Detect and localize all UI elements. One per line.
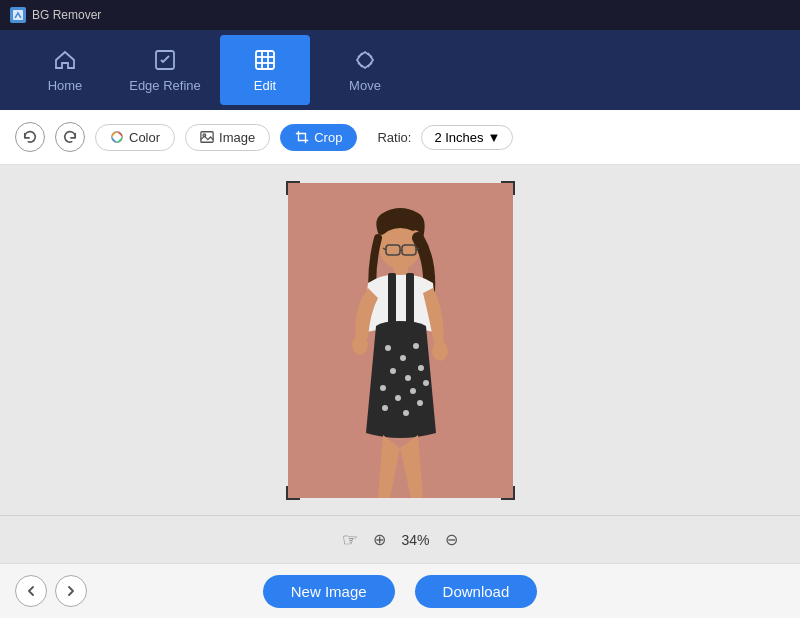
nav-item-edge-refine[interactable]: Edge Refine bbox=[120, 35, 210, 105]
status-bar: ☞ ⊕ 34% ⊖ bbox=[0, 515, 800, 563]
undo-icon bbox=[23, 130, 37, 144]
canvas-svg bbox=[288, 183, 513, 498]
nav-edit-label: Edit bbox=[254, 78, 276, 93]
ratio-dropdown[interactable]: 2 Inches ▼ bbox=[421, 125, 513, 150]
edge-refine-icon bbox=[153, 48, 177, 72]
svg-point-25 bbox=[382, 405, 388, 411]
bottom-bar: New Image Download bbox=[0, 563, 800, 618]
svg-rect-0 bbox=[13, 10, 23, 20]
prev-button[interactable] bbox=[15, 575, 47, 607]
svg-point-23 bbox=[410, 388, 416, 394]
zoom-out-icon[interactable]: ⊖ bbox=[445, 530, 458, 549]
svg-point-24 bbox=[423, 380, 429, 386]
nav-bar: Home Edge Refine Edit Move bbox=[0, 30, 800, 110]
ratio-chevron-icon: ▼ bbox=[488, 130, 501, 145]
crop-corner-tl[interactable] bbox=[286, 181, 300, 195]
nav-item-home[interactable]: Home bbox=[20, 35, 110, 105]
title-bar: BG Remover bbox=[0, 0, 800, 30]
move-icon bbox=[353, 48, 377, 72]
canvas-area bbox=[0, 165, 800, 515]
bottom-nav-arrows bbox=[15, 575, 87, 607]
download-button[interactable]: Download bbox=[415, 575, 538, 608]
svg-point-22 bbox=[395, 395, 401, 401]
svg-point-18 bbox=[390, 368, 396, 374]
home-icon bbox=[53, 48, 77, 72]
crop-button[interactable]: Crop bbox=[280, 124, 357, 151]
nav-edge-refine-label: Edge Refine bbox=[129, 78, 201, 93]
nav-move-label: Move bbox=[349, 78, 381, 93]
svg-point-29 bbox=[432, 341, 448, 361]
svg-point-16 bbox=[400, 355, 406, 361]
svg-point-21 bbox=[380, 385, 386, 391]
zoom-in-icon[interactable]: ⊕ bbox=[373, 530, 386, 549]
ratio-value: 2 Inches bbox=[434, 130, 483, 145]
toolbar: Color Image Crop Ratio: 2 Inches ▼ bbox=[0, 110, 800, 165]
crop-corner-bl[interactable] bbox=[286, 486, 300, 500]
undo-button[interactable] bbox=[15, 122, 45, 152]
svg-point-15 bbox=[385, 345, 391, 351]
edit-icon bbox=[253, 48, 277, 72]
new-image-button[interactable]: New Image bbox=[263, 575, 395, 608]
app-title: BG Remover bbox=[32, 8, 101, 22]
crop-corner-br[interactable] bbox=[501, 486, 515, 500]
next-button[interactable] bbox=[55, 575, 87, 607]
hand-tool-icon[interactable]: ☞ bbox=[342, 529, 358, 551]
nav-item-edit[interactable]: Edit bbox=[220, 35, 310, 105]
nav-home-label: Home bbox=[48, 78, 83, 93]
color-button[interactable]: Color bbox=[95, 124, 175, 151]
crop-corner-tr[interactable] bbox=[501, 181, 515, 195]
image-container bbox=[288, 183, 513, 498]
image-icon bbox=[200, 130, 214, 144]
background-image bbox=[288, 183, 513, 498]
svg-point-28 bbox=[352, 335, 368, 355]
color-icon bbox=[110, 130, 124, 144]
zoom-percent: 34% bbox=[401, 532, 429, 548]
svg-point-20 bbox=[418, 365, 424, 371]
next-icon bbox=[66, 586, 76, 596]
image-label: Image bbox=[219, 130, 255, 145]
nav-item-move[interactable]: Move bbox=[320, 35, 410, 105]
app-icon bbox=[10, 7, 26, 23]
svg-point-17 bbox=[413, 343, 419, 349]
redo-button[interactable] bbox=[55, 122, 85, 152]
redo-icon bbox=[63, 130, 77, 144]
svg-point-26 bbox=[403, 410, 409, 416]
image-button[interactable]: Image bbox=[185, 124, 270, 151]
svg-point-27 bbox=[417, 400, 423, 406]
svg-rect-14 bbox=[406, 273, 414, 328]
svg-point-19 bbox=[405, 375, 411, 381]
crop-icon bbox=[295, 130, 309, 144]
svg-rect-2 bbox=[256, 51, 274, 69]
crop-label: Crop bbox=[314, 130, 342, 145]
svg-rect-13 bbox=[388, 273, 396, 328]
ratio-label: Ratio: bbox=[377, 130, 411, 145]
color-label: Color bbox=[129, 130, 160, 145]
prev-icon bbox=[26, 586, 36, 596]
